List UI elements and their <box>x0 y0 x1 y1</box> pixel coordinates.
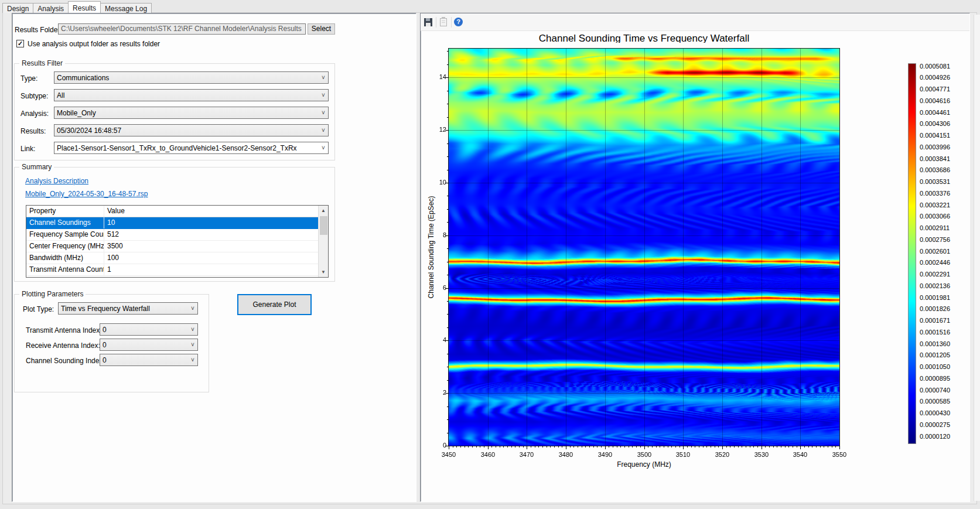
plotting-parameters-legend: Plotting Parameters <box>19 290 86 298</box>
toolbar-separator <box>451 17 452 28</box>
tab-design[interactable]: Design <box>2 3 33 13</box>
table-row[interactable]: Center Frequency (MHz) 3500 <box>26 241 318 252</box>
plot-type-combobox[interactable]: Time vs Frequency Waterfall˅ <box>58 302 198 315</box>
colorbar-tick-label: 0.0004151 <box>920 132 950 139</box>
colorbar-tick-label: 0.0000585 <box>920 398 950 405</box>
chevron-down-icon: ˅ <box>319 110 328 116</box>
table-row[interactable]: Bandwidth (MHz) 100 <box>26 252 318 264</box>
colorbar-tick-label: 0.0003841 <box>920 155 950 162</box>
colorbar-tick-label: 0.0000430 <box>920 409 950 416</box>
x-tick-label: 3490 <box>592 451 618 458</box>
tab-strip: Design Analysis Results Message Log <box>2 1 151 13</box>
colorbar-tick-label: 0.0002136 <box>920 282 950 289</box>
chevron-down-icon: ˅ <box>319 75 328 81</box>
colorbar-tick-label: 0.0001826 <box>920 305 950 312</box>
analysis-description-link[interactable]: Analysis Description <box>25 177 88 185</box>
window-scrollbar-track[interactable] <box>974 15 980 501</box>
chevron-down-icon: ˅ <box>319 145 328 151</box>
chevron-down-icon: ˅ <box>319 93 328 98</box>
property-column-header[interactable]: Property <box>26 206 104 217</box>
use-output-folder-checkbox[interactable]: ✓ <box>16 40 24 47</box>
scrollbar-thumb[interactable] <box>320 216 327 235</box>
type-combobox[interactable]: Communications˅ <box>54 71 329 84</box>
results-folder-input[interactable]: C:\Users\swheeler\Documents\STK 12\RF Ch… <box>58 23 306 35</box>
colorbar-tick-label: 0.0001981 <box>920 294 950 301</box>
tab-message-log[interactable]: Message Log <box>100 3 152 13</box>
results-settings-panel: Results Folder: C:\Users\swheeler\Docume… <box>12 13 416 502</box>
chevron-down-icon: ˅ <box>319 128 328 134</box>
y-tick-label: 14 <box>429 73 446 80</box>
plot-toolbar: ? <box>421 13 969 31</box>
x-tick-label: 3480 <box>553 451 579 458</box>
rf-channel-modeler-window: Design Analysis Results Message Log Resu… <box>0 0 980 509</box>
colorbar-tick-label: 0.0002756 <box>920 236 950 243</box>
colorbar-tick-label: 0.0002291 <box>920 271 950 278</box>
table-row[interactable]: Frequency Sample Count 512 <box>26 229 318 241</box>
results-combobox[interactable]: 05/30/2024 16:48:57˅ <box>54 124 329 136</box>
plotting-parameters-group: Plotting Parameters Plot Type: Time vs F… <box>14 294 209 392</box>
y-tick-label: 4 <box>429 336 446 343</box>
colorbar-tick-label: 0.0004771 <box>920 86 950 93</box>
subtype-combobox[interactable]: All˅ <box>54 89 329 101</box>
help-icon[interactable]: ? <box>454 18 463 27</box>
x-tick-label: 3520 <box>709 451 735 458</box>
colorbar-tick-label: 0.0003221 <box>920 201 950 209</box>
generate-plot-button[interactable]: Generate Plot <box>237 294 312 315</box>
x-tick-label: 3510 <box>670 451 696 458</box>
y-tick-label: 8 <box>429 231 446 238</box>
waterfall-heatmap[interactable] <box>443 43 845 452</box>
colorbar-tick-label: 0.0004616 <box>920 97 950 104</box>
select-folder-button[interactable]: Select <box>308 23 335 35</box>
receive-antenna-index-label: Receive Antenna Index: <box>26 341 100 350</box>
colorbar-tick-label: 0.0001516 <box>920 329 950 336</box>
channel-sounding-index-combobox[interactable]: 0˅ <box>100 354 198 366</box>
colorbar-tick-label: 0.0004461 <box>920 109 950 116</box>
receive-antenna-index-combobox[interactable]: 0˅ <box>100 339 198 351</box>
colorbar-tick-label: 0.0001360 <box>920 340 950 347</box>
tab-analysis[interactable]: Analysis <box>33 3 69 13</box>
y-tick-label: 6 <box>429 284 446 291</box>
link-label: Link: <box>21 145 35 153</box>
colorbar-tick-label: 0.0002911 <box>920 224 950 231</box>
scroll-up-icon[interactable]: ▲ <box>319 206 328 216</box>
colorbar-tick-label: 0.0005081 <box>920 63 950 70</box>
value-column-header[interactable]: Value <box>104 206 318 217</box>
rsp-file-link[interactable]: Mobile_Only_2024-05-30_16-48-57.rsp <box>25 190 148 198</box>
tab-results[interactable]: Results <box>68 1 101 13</box>
transmit-antenna-index-label: Transmit Antenna Index: <box>26 326 102 334</box>
table-header-row: Property Value <box>26 206 318 217</box>
table-scrollbar[interactable]: ▲ ▼ <box>318 206 328 277</box>
table-row[interactable]: Transmit Antenna Count 1 <box>26 264 318 276</box>
transmit-antenna-index-combobox[interactable]: 0˅ <box>100 323 198 336</box>
scroll-down-icon[interactable]: ▼ <box>319 267 328 277</box>
x-tick-label: 3470 <box>514 451 539 458</box>
results-folder-label: Results Folder: <box>15 26 62 34</box>
summary-table: Property Value Channel Soundings 10 Freq… <box>26 205 329 278</box>
x-tick-label: 3450 <box>436 451 462 458</box>
results-label: Results: <box>21 127 46 135</box>
channel-sounding-index-label: Channel Sounding Index: <box>26 357 105 365</box>
colorbar-tick-label: 0.0000740 <box>920 387 950 394</box>
use-output-folder-label: Use analysis output folder as results fo… <box>28 40 160 48</box>
save-icon[interactable] <box>424 18 433 27</box>
chevron-down-icon: ˅ <box>188 327 197 333</box>
analysis-label: Analysis: <box>21 110 49 118</box>
colorbar-tick-label: 0.0003996 <box>920 144 950 151</box>
colorbar-tick-label: 0.0000120 <box>920 433 950 440</box>
link-combobox[interactable]: Place1-Sensor1-Sensor1_TxRx_to_GroundVeh… <box>54 142 329 154</box>
x-tick-label: 3460 <box>475 451 501 458</box>
colorbar-tick-label: 0.0003376 <box>920 190 950 197</box>
table-row[interactable]: Channel Soundings 10 <box>26 217 318 229</box>
toolbar-separator <box>436 17 436 28</box>
checkmark-icon: ✓ <box>18 40 23 47</box>
chevron-down-icon: ˅ <box>188 357 197 363</box>
colorbar <box>908 63 916 444</box>
y-tick-label: 12 <box>429 126 446 133</box>
y-tick-label: 10 <box>429 179 446 186</box>
colorbar-tick-label: 0.0002446 <box>920 259 950 266</box>
summary-legend: Summary <box>19 163 54 171</box>
y-tick-label: 2 <box>429 389 446 396</box>
results-filter-group: Results Filter Type: Communications˅ Sub… <box>14 63 335 160</box>
copy-icon[interactable] <box>439 18 448 27</box>
analysis-combobox[interactable]: Mobile_Only˅ <box>54 107 329 119</box>
